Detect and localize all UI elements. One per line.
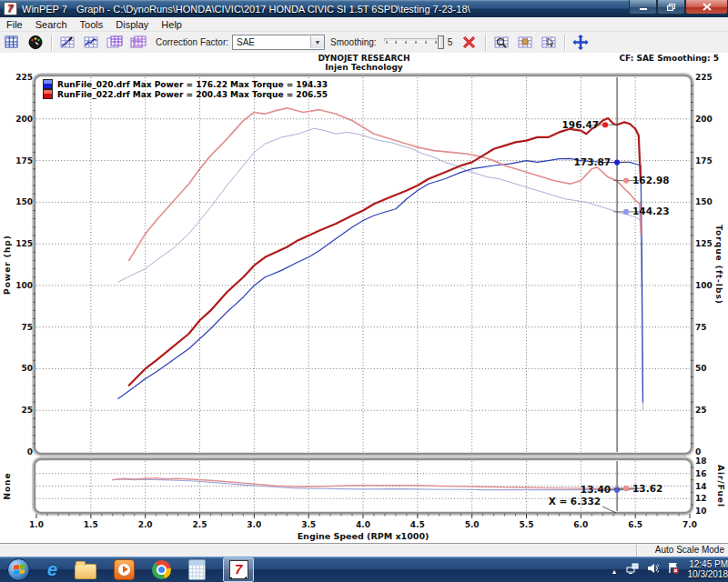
torque-tick-label: 25: [695, 406, 707, 415]
menu-item-display[interactable]: Display: [109, 19, 155, 30]
rpm-tick-label: 2.5: [193, 520, 207, 529]
graph-power-icon: [59, 35, 76, 50]
zoom-graph-icon: [493, 35, 510, 50]
torque-tick-label: 175: [695, 156, 713, 166]
torque-tick-label: 125: [695, 239, 713, 248]
rpm-tick-label: 1.0: [29, 520, 44, 529]
menu-item-tools[interactable]: Tools: [74, 19, 110, 30]
torque-tick-label: 150: [695, 197, 713, 206]
clock-time: 12:45 PM: [688, 559, 728, 569]
clock-date: 10/3/2018: [688, 569, 728, 579]
menu-item-file[interactable]: File: [0, 19, 29, 30]
calculator-icon[interactable]: [188, 559, 206, 580]
torque-tick-label: 50: [695, 364, 707, 373]
smoothing-label: Smoothing:: [330, 37, 377, 47]
chevron-down-icon[interactable]: ▼: [310, 36, 324, 48]
torque-tick-label: 100: [695, 281, 713, 290]
correction-factor-select[interactable]: SAE ▼: [232, 35, 325, 50]
smoothing-slider[interactable]: [384, 35, 444, 49]
slider-handle[interactable]: [438, 35, 444, 49]
cursor-dot: [623, 486, 629, 491]
graph-compare-button[interactable]: [127, 34, 149, 52]
power-tick-label: 25: [21, 406, 33, 415]
legend-row-runfile_022.drf: RunFile_022.drf Max Power = 200.43 Max T…: [43, 89, 328, 99]
rpm-tick-label: 7.0: [682, 520, 697, 529]
rpm-tick-label: 4.5: [410, 520, 425, 529]
chrome-icon[interactable]: [152, 560, 171, 579]
media-player-icon[interactable]: [114, 559, 135, 580]
power-tick-label: 150: [15, 197, 33, 206]
pan-graph-button[interactable]: [514, 34, 536, 52]
gauge-icon: [27, 35, 44, 50]
window-title: Graph - C:\DynoRuns\HONDA\CIVIC\2017 HON…: [76, 4, 470, 15]
rpm-tick-label: 6.0: [573, 520, 588, 529]
runs-table-icon: [4, 35, 20, 50]
legend: RunFile_020.drf Max Power = 176.22 Max T…: [43, 79, 328, 99]
power-tick-label: 50: [21, 364, 33, 373]
menu-item-search[interactable]: Search: [29, 19, 74, 30]
rpm-tick-label: 4.0: [356, 520, 370, 529]
move-axes-button[interactable]: [570, 34, 592, 52]
legend-text: RunFile_020.drf Max Power = 176.22 Max T…: [57, 80, 328, 89]
cursor-dot: [623, 209, 629, 215]
legend-swatch-red: [43, 89, 53, 99]
power-tick-label: 125: [15, 239, 33, 248]
torque-tick-label: 75: [695, 323, 707, 332]
start-button[interactable]: [7, 558, 30, 581]
volume-icon[interactable]: [647, 561, 659, 577]
power-tick-label: 75: [21, 323, 33, 332]
slider-ticks: [386, 41, 437, 44]
torque-tick-label: 225: [695, 73, 713, 82]
cursor-dot: [623, 177, 629, 183]
internet-explorer-icon[interactable]: e: [47, 560, 57, 579]
af-tick-label: 16: [695, 469, 707, 478]
gauge-button[interactable]: [25, 34, 46, 52]
cursor-readout: 144.23: [632, 206, 670, 216]
rpm-tick-label: 1.5: [84, 520, 98, 529]
power-axis-title: Power (hp): [3, 235, 12, 295]
status-mode: Auto Scale Mode: [655, 545, 724, 555]
titlebar: 7 WinPEP 7 Graph - C:\DynoRuns\HONDA\CIV…: [0, 0, 728, 17]
window-controls: [629, 0, 728, 17]
pick-graph-button[interactable]: [538, 34, 560, 52]
restore-icon: [666, 3, 676, 12]
legend-text: RunFile_022.drf Max Power = 200.43 Max T…: [57, 90, 328, 99]
rpm-tick-label: 2.0: [138, 520, 153, 529]
action-center-icon[interactable]: [667, 561, 679, 577]
graph-power-button[interactable]: [56, 34, 78, 52]
af-tick-label: 18: [695, 457, 707, 466]
main-plot-frame: [35, 75, 692, 454]
toolbar: Correction Factor: SAE ▼ Smoothing: 5: [0, 32, 728, 55]
rpm-tick-label: 3.0: [247, 520, 261, 529]
power-tick-label: 200: [15, 115, 33, 124]
taskbar-clock[interactable]: 12:45 PM 10/3/2018: [684, 559, 728, 579]
correction-factor-label: Correction Factor:: [156, 37, 228, 47]
winpep-app-icon: 7: [4, 2, 17, 15]
network-icon[interactable]: [626, 561, 639, 577]
status-bar: Auto Scale Mode: [0, 543, 728, 557]
torque-axis-title: Torque (ft-lbs): [714, 225, 723, 305]
delete-run-button[interactable]: [459, 34, 480, 52]
graph-torque-button[interactable]: [80, 34, 102, 52]
pan-graph-icon: [517, 35, 533, 50]
status-separator: [636, 545, 637, 557]
dyno-chart[interactable]: 196.47173.87162.98144.2313.4013.62X = 6.…: [0, 53, 728, 543]
winpep-icon[interactable]: 7: [223, 557, 254, 582]
cursor-dot: [614, 160, 620, 166]
minimize-button[interactable]: [629, 0, 657, 15]
runs-table-button[interactable]: [1, 34, 23, 52]
graph-overlay-button[interactable]: [104, 34, 126, 52]
torque-tick-label: 200: [695, 115, 713, 124]
close-button[interactable]: [685, 0, 728, 15]
windows-logo-icon: [14, 564, 25, 574]
show-hidden-icons[interactable]: ▲: [612, 561, 618, 577]
af-tick-label: 12: [695, 494, 707, 503]
power-tick-label: 0: [27, 447, 33, 457]
restore-button[interactable]: [657, 0, 685, 15]
rpm-axis-title: Engine Speed (RPM x1000): [298, 531, 430, 541]
delete-run-icon: [461, 35, 478, 50]
zoom-graph-button[interactable]: [490, 34, 512, 52]
system-tray: ▲: [612, 561, 684, 577]
file-explorer-icon[interactable]: [75, 560, 96, 579]
menu-item-help[interactable]: Help: [155, 19, 188, 30]
